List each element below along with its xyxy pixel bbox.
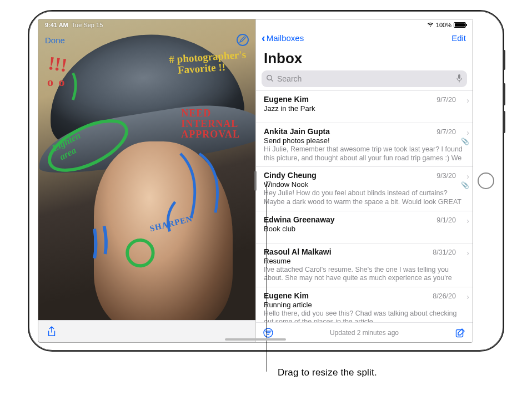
svg-rect-3 xyxy=(458,74,460,79)
mail-preview: Hi Julie, Remember that awesome trip we … xyxy=(264,145,463,163)
done-button[interactable]: Done xyxy=(45,35,65,45)
chevron-right-icon: › xyxy=(466,172,469,181)
chevron-right-icon: › xyxy=(466,96,469,105)
chevron-right-icon: › xyxy=(466,216,469,225)
left-app-photos-markup: Done !!! o o # photographer's Favorite !… xyxy=(38,19,255,342)
split-handle-icon xyxy=(254,171,257,191)
updated-status: Updated 2 minutes ago xyxy=(330,329,399,337)
mail-preview: Hello there, did you see this? Chad was … xyxy=(264,309,463,322)
status-bar-left: 9:41 AM Tue Sep 15 xyxy=(45,22,103,28)
markup-icon xyxy=(239,35,246,45)
status-bar-right: 100% xyxy=(427,22,466,28)
photo-canvas[interactable]: !!! o o # photographer's Favorite !! NEE… xyxy=(38,19,255,320)
left-app-top-bar: Done xyxy=(38,29,255,50)
chevron-right-icon: › xyxy=(466,248,469,257)
callout-text: Drag to resize the split. xyxy=(278,367,377,378)
search-placeholder: Search xyxy=(277,74,302,83)
home-indicator[interactable] xyxy=(225,338,286,341)
search-icon xyxy=(266,74,274,84)
mail-preview: I've attached Carol's resume. She's the … xyxy=(264,266,463,283)
search-input[interactable]: Search xyxy=(262,70,467,87)
mail-sender: Cindy Cheung xyxy=(264,171,317,180)
mailboxes-back-button[interactable]: ‹ Mailboxes xyxy=(262,32,304,44)
filter-button[interactable] xyxy=(263,327,274,338)
battery-percent: 100% xyxy=(436,22,451,28)
status-bar: 9:41 AM Tue Sep 15 100% xyxy=(38,19,473,31)
chevron-right-icon: › xyxy=(466,292,469,301)
split-divider[interactable] xyxy=(254,19,257,342)
mail-date: 9/1/20 xyxy=(436,216,463,224)
mail-sender: Edwina Greenaway xyxy=(264,215,335,224)
share-button[interactable] xyxy=(46,326,57,337)
attachment-icon: 📎 xyxy=(461,181,469,189)
mail-sender: Rasoul Al Malkawi xyxy=(264,247,332,256)
mail-subject: Running article xyxy=(264,301,463,309)
chevron-right-icon: › xyxy=(466,128,469,137)
mailboxes-label: Mailboxes xyxy=(267,33,304,43)
mail-subject: Send photos please! xyxy=(264,136,463,145)
mail-date: 9/3/20 xyxy=(436,172,463,180)
inbox-title: Inbox xyxy=(256,47,473,70)
battery-icon xyxy=(454,22,466,28)
wifi-icon xyxy=(427,22,434,28)
mail-subject: Resume xyxy=(264,257,463,265)
markup-exclaims: !!! xyxy=(47,53,69,76)
callout-leader-line xyxy=(267,181,267,372)
mail-preview: Hey Julie! How do you feel about blinds … xyxy=(264,189,463,206)
compose-button[interactable] xyxy=(455,327,466,338)
mail-subject: Window Nook xyxy=(264,180,463,189)
markup-button[interactable] xyxy=(237,34,249,46)
mail-bottom-bar: Updated 2 minutes ago xyxy=(256,322,473,342)
mail-row[interactable]: Eugene Kim9/7/20›Jazz in the Park xyxy=(256,91,473,123)
mail-row[interactable]: Eugene Kim8/26/20›Running articleHello t… xyxy=(256,287,473,322)
status-time: 9:41 AM xyxy=(45,22,68,28)
mail-row[interactable]: Cindy Cheung9/3/20›📎Window NookHey Julie… xyxy=(256,167,473,211)
mail-subject: Book club xyxy=(264,225,463,233)
mail-row[interactable]: Ankita Jain Gupta9/7/20›📎Send photos ple… xyxy=(256,123,473,167)
chevron-left-icon: ‹ xyxy=(262,32,265,44)
mail-date: 8/31/20 xyxy=(433,248,463,256)
dictation-button[interactable] xyxy=(456,74,463,84)
mail-date: 8/26/20 xyxy=(433,292,463,300)
ipad-screen: 9:41 AM Tue Sep 15 100% Done xyxy=(38,19,473,343)
mail-list[interactable]: Eugene Kim9/7/20›Jazz in the ParkAnkita … xyxy=(256,90,473,322)
status-date: Tue Sep 15 xyxy=(72,22,103,28)
mail-sender: Eugene Kim xyxy=(264,291,309,300)
mail-row[interactable]: Rasoul Al Malkawi8/31/20›ResumeI've atta… xyxy=(256,243,473,287)
ipad-frame: 9:41 AM Tue Sep 15 100% Done xyxy=(28,10,504,352)
mail-sender: Ankita Jain Gupta xyxy=(264,127,330,136)
volume-buttons-hardware xyxy=(503,83,505,133)
mail-date: 9/7/20 xyxy=(436,96,463,104)
mail-date: 9/7/20 xyxy=(436,128,463,136)
mail-row[interactable]: Edwina Greenaway9/1/20›Book club xyxy=(256,211,473,243)
lock-button-hardware xyxy=(503,50,505,70)
edit-button[interactable]: Edit xyxy=(451,33,466,43)
mail-sender: Eugene Kim xyxy=(264,95,309,104)
left-app-bottom-bar xyxy=(38,320,255,342)
mail-subject: Jazz in the Park xyxy=(264,104,463,113)
attachment-icon: 📎 xyxy=(461,138,469,145)
home-button-hardware[interactable] xyxy=(478,172,494,189)
subject-figure xyxy=(94,141,233,320)
right-app-mail: ‹ Mailboxes Edit Inbox Search Eugene Kim… xyxy=(255,19,473,342)
